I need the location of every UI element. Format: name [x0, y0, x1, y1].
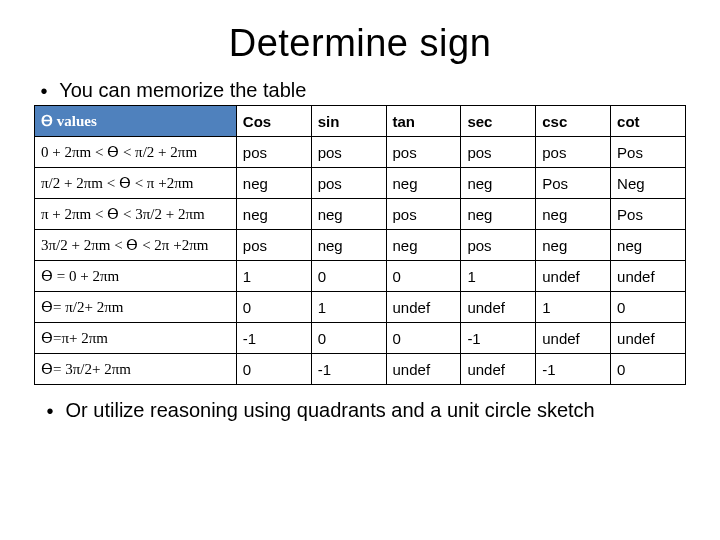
table-row: Ө = 0 + 2πm 1 0 0 1 undef undef: [35, 261, 686, 292]
cell: pos: [461, 137, 536, 168]
table-row: Ө= 3π/2+ 2πm 0 -1 undef undef -1 0: [35, 354, 686, 385]
cell: -1: [536, 354, 611, 385]
cell: neg: [611, 230, 686, 261]
trig-sign-table: Ө values Cos sin tan sec csc cot 0 + 2πm…: [34, 105, 686, 385]
cell: 0: [386, 261, 461, 292]
cell: neg: [461, 199, 536, 230]
cell: pos: [461, 230, 536, 261]
row-label: 3π/2 + 2πm < Ө < 2π +2πm: [35, 230, 237, 261]
table-row: Ө= π/2+ 2πm 0 1 undef undef 1 0: [35, 292, 686, 323]
cell: undef: [461, 354, 536, 385]
header-sin: sin: [311, 106, 386, 137]
cell: undef: [611, 261, 686, 292]
cell: undef: [386, 292, 461, 323]
cell: undef: [536, 261, 611, 292]
bullet-top-text: You can memorize the table: [59, 79, 306, 101]
bullet-icon: •: [40, 400, 60, 423]
header-cot: cot: [611, 106, 686, 137]
header-csc: csc: [536, 106, 611, 137]
table-row: Ө=π+ 2πm -1 0 0 -1 undef undef: [35, 323, 686, 354]
cell: neg: [461, 168, 536, 199]
slide: Determine sign • You can memorize the ta…: [0, 0, 720, 540]
header-cos: Cos: [236, 106, 311, 137]
cell: undef: [611, 323, 686, 354]
table-row: π + 2πm < Ө < 3π/2 + 2πm neg neg pos neg…: [35, 199, 686, 230]
cell: neg: [311, 230, 386, 261]
bullet-bottom-text: Or utilize reasoning using quadrants and…: [66, 399, 595, 421]
cell: undef: [536, 323, 611, 354]
cell: 0: [611, 292, 686, 323]
row-label: π/2 + 2πm < Ө < π +2πm: [35, 168, 237, 199]
cell: 0: [611, 354, 686, 385]
cell: pos: [236, 137, 311, 168]
cell: pos: [311, 137, 386, 168]
header-theta: Ө values: [35, 106, 237, 137]
bullet-top: • You can memorize the table: [34, 79, 686, 103]
cell: pos: [236, 230, 311, 261]
cell: neg: [236, 168, 311, 199]
cell: pos: [311, 168, 386, 199]
table-row: 0 + 2πm < Ө < π/2 + 2πm pos pos pos pos …: [35, 137, 686, 168]
cell: Pos: [611, 137, 686, 168]
page-title: Determine sign: [34, 22, 686, 65]
row-label: Ө= π/2+ 2πm: [35, 292, 237, 323]
bullet-icon: •: [34, 80, 54, 103]
cell: 1: [461, 261, 536, 292]
cell: neg: [236, 199, 311, 230]
table-header-row: Ө values Cos sin tan sec csc cot: [35, 106, 686, 137]
cell: 0: [311, 261, 386, 292]
cell: pos: [386, 199, 461, 230]
cell: Neg: [611, 168, 686, 199]
cell: 0: [311, 323, 386, 354]
cell: Pos: [611, 199, 686, 230]
cell: Pos: [536, 168, 611, 199]
row-label: Ө = 0 + 2πm: [35, 261, 237, 292]
cell: -1: [236, 323, 311, 354]
cell: -1: [461, 323, 536, 354]
cell: 1: [311, 292, 386, 323]
table-body: 0 + 2πm < Ө < π/2 + 2πm pos pos pos pos …: [35, 137, 686, 385]
header-sec: sec: [461, 106, 536, 137]
cell: neg: [311, 199, 386, 230]
table-row: π/2 + 2πm < Ө < π +2πm neg pos neg neg P…: [35, 168, 686, 199]
cell: neg: [536, 230, 611, 261]
row-label: 0 + 2πm < Ө < π/2 + 2πm: [35, 137, 237, 168]
cell: pos: [536, 137, 611, 168]
cell: undef: [461, 292, 536, 323]
cell: 0: [236, 292, 311, 323]
cell: 1: [236, 261, 311, 292]
cell: 0: [386, 323, 461, 354]
cell: neg: [386, 230, 461, 261]
table-row: 3π/2 + 2πm < Ө < 2π +2πm pos neg neg pos…: [35, 230, 686, 261]
cell: 0: [236, 354, 311, 385]
row-label: π + 2πm < Ө < 3π/2 + 2πm: [35, 199, 237, 230]
cell: 1: [536, 292, 611, 323]
cell: -1: [311, 354, 386, 385]
cell: neg: [386, 168, 461, 199]
cell: neg: [536, 199, 611, 230]
row-label: Ө= 3π/2+ 2πm: [35, 354, 237, 385]
header-tan: tan: [386, 106, 461, 137]
cell: pos: [386, 137, 461, 168]
row-label: Ө=π+ 2πm: [35, 323, 237, 354]
bullet-bottom: • Or utilize reasoning using quadrants a…: [40, 399, 686, 423]
cell: undef: [386, 354, 461, 385]
